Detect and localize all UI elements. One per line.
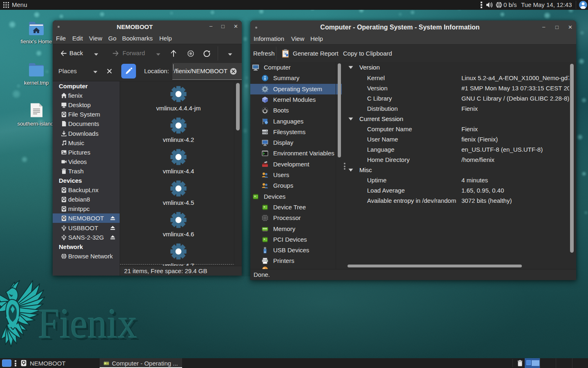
svg-text:Fienix: Fienix — [38, 300, 137, 344]
